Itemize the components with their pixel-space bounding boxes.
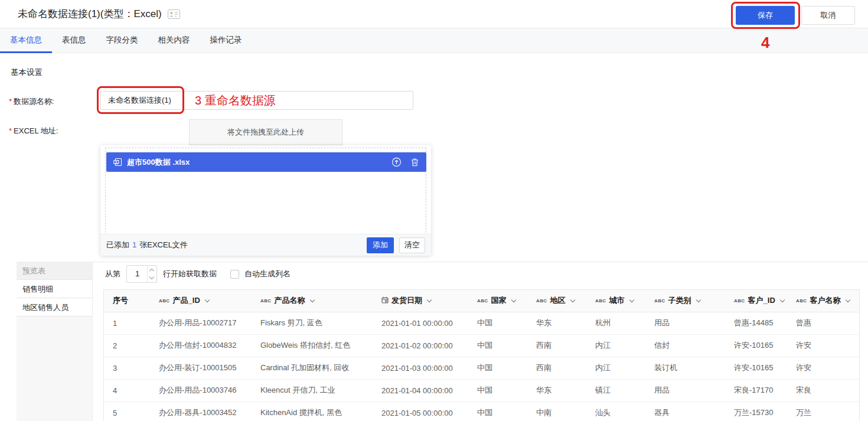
table-cell: 办公用-器具-10003452 (150, 402, 252, 421)
table-cell: 曾惠 (787, 312, 860, 334)
upload-circle-icon[interactable] (391, 157, 402, 167)
table-cell: 万兰 (787, 402, 860, 421)
stepper-down-icon[interactable] (148, 274, 156, 282)
table-cell: 中国 (468, 357, 527, 379)
col-header-客户_ID[interactable]: ABC客户_ID (725, 290, 787, 312)
add-file-button[interactable]: 添加 (367, 237, 394, 253)
contact-card-icon[interactable] (168, 9, 180, 19)
chevron-down-icon[interactable] (780, 298, 785, 302)
auto-columns-checkbox[interactable] (230, 270, 239, 279)
chevron-down-icon[interactable] (205, 298, 210, 302)
table-cell: 信封 (645, 334, 725, 357)
chevron-down-icon[interactable] (696, 298, 700, 302)
table-row: 1办公用-用品-10002717Fiskars 剪刀, 蓝色2021-01-01… (104, 312, 860, 334)
chevron-down-icon[interactable] (309, 298, 314, 302)
table-cell: 办公用-用品-10003746 (150, 379, 252, 402)
text-type-icon: ABC (159, 298, 170, 303)
row-start-value: 1 (135, 266, 139, 282)
text-type-icon: ABC (536, 298, 547, 303)
col-header-label: 产品名称 (275, 296, 305, 305)
table-cell: 办公用-用品-10002717 (150, 312, 252, 334)
preview-header-row: 序号ABC产品_IDABC产品名称发货日期ABC国家ABC地区ABC城市ABC子… (104, 290, 860, 312)
table-cell: 4 (104, 379, 150, 402)
table-cell: GlobeWeis 搭扣信封, 红色 (252, 334, 373, 357)
chevron-down-icon[interactable] (511, 298, 515, 302)
save-button[interactable]: 保存 (736, 6, 795, 25)
stepper-up-icon[interactable] (148, 266, 156, 274)
trash-icon[interactable] (410, 158, 419, 167)
row-start-suffix: 行开始获取数据 (163, 269, 217, 279)
table-cell: 宋良-17170 (725, 379, 787, 402)
table-cell: 许安-10165 (725, 334, 787, 357)
col-header-label: 产品_ID (173, 296, 200, 305)
file-dropzone[interactable]: 将文件拖拽至此处上传 (189, 119, 342, 145)
chevron-down-icon[interactable] (629, 298, 634, 302)
table-cell: 华东 (527, 312, 586, 334)
table-cell: 宋良 (787, 379, 860, 402)
table-cell: 内江 (586, 357, 645, 379)
table-cell: 办公用-信封-10004832 (150, 334, 252, 357)
file-panel-footer: 已添加1张EXCEL文件 添加 清空 (100, 234, 431, 256)
chevron-down-icon[interactable] (570, 298, 575, 302)
table-cell: 办公用-装订-10001505 (150, 357, 252, 379)
table-row: 5办公用-器具-10003452KitchenAid 搅拌机, 黑色2021-0… (104, 402, 860, 421)
preview-sidebar: 预览表销售明细地区销售人员 (17, 262, 93, 421)
table-row: 3办公用-装订-10001505Cardinal 孔加固材料, 回收2021-0… (104, 357, 860, 379)
col-header-发货日期[interactable]: 发货日期 (373, 290, 468, 312)
table-cell: 2021-01-01 00:00:00 (373, 312, 468, 334)
table-row: 2办公用-信封-10004832GlobeWeis 搭扣信封, 红色2021-0… (104, 334, 860, 357)
preview-table: 序号ABC产品_IDABC产品名称发货日期ABC国家ABC地区ABC城市ABC子… (104, 290, 860, 421)
annotation-step-3: 3 重命名数据源 (195, 93, 276, 109)
tab-3[interactable]: 字段分类 (96, 28, 148, 53)
col-header-产品名称[interactable]: ABC产品名称 (252, 290, 373, 312)
app-header: 未命名数据连接(1)(类型：Excel) 保存 取消 (0, 0, 868, 28)
table-cell: 3 (104, 357, 150, 379)
table-cell: 器具 (645, 402, 725, 421)
datasource-name-label: *数据源名称: (9, 96, 54, 107)
table-cell: 2021-01-05 00:00:00 (373, 402, 468, 421)
table-cell: 中国 (468, 379, 527, 402)
table-cell: Cardinal 孔加固材料, 回收 (252, 357, 373, 379)
sidebar-sheet-item[interactable]: 地区销售人员 (17, 298, 92, 316)
row-start-stepper[interactable]: 1 (126, 265, 157, 283)
tab-5[interactable]: 操作记录 (200, 28, 252, 53)
table-cell: KitchenAid 搅拌机, 黑色 (252, 402, 373, 421)
table-cell: 许安-10165 (725, 357, 787, 379)
table-cell: 2021-01-04 00:00:00 (373, 379, 468, 402)
file-actions (391, 157, 419, 167)
tab-2[interactable]: 表信息 (52, 28, 96, 53)
table-cell: 中国 (468, 402, 527, 421)
table-cell: 中南 (527, 402, 586, 421)
col-header-label: 客户_ID (748, 296, 775, 305)
sidebar-sheet-item[interactable]: 销售明细 (17, 280, 92, 298)
table-cell: 曾惠-14485 (725, 312, 787, 334)
col-header-label: 国家 (491, 296, 507, 305)
excel-file-icon: X (113, 158, 122, 167)
cancel-button[interactable]: 取消 (801, 6, 855, 25)
col-header-城市[interactable]: ABC城市 (586, 290, 645, 312)
text-type-icon: ABC (654, 298, 665, 303)
col-header-产品_ID[interactable]: ABC产品_ID (150, 290, 252, 312)
table-cell: 2 (104, 334, 150, 357)
tab-1[interactable]: 基本信息 (0, 28, 52, 53)
table-cell: 中国 (468, 312, 527, 334)
tab-4[interactable]: 相关内容 (148, 28, 200, 53)
col-header-国家[interactable]: ABC国家 (468, 290, 527, 312)
added-count: 1 (132, 240, 136, 249)
uploaded-file-item[interactable]: X 超市500数据 .xlsx (106, 152, 426, 172)
table-cell: 中国 (468, 334, 527, 357)
section-divider (17, 262, 868, 262)
clear-files-button[interactable]: 清空 (399, 237, 425, 253)
table-cell: Kleencut 开信刀, 工业 (252, 379, 373, 402)
col-header-地区[interactable]: ABC地区 (527, 290, 586, 312)
col-header-子类别[interactable]: ABC子类别 (645, 290, 725, 312)
table-cell: 西南 (527, 357, 586, 379)
required-mark: * (9, 126, 12, 135)
col-header-客户名称[interactable]: ABC客户名称 (787, 290, 860, 312)
col-header-序号: 序号 (104, 290, 150, 312)
chevron-down-icon[interactable] (427, 298, 432, 302)
file-panel: X 超市500数据 .xlsx 已添加1 (100, 145, 431, 256)
excel-address-label: *EXCEL 地址: (9, 126, 58, 136)
col-header-label: 地区 (550, 296, 566, 305)
chevron-down-icon[interactable] (845, 298, 850, 302)
